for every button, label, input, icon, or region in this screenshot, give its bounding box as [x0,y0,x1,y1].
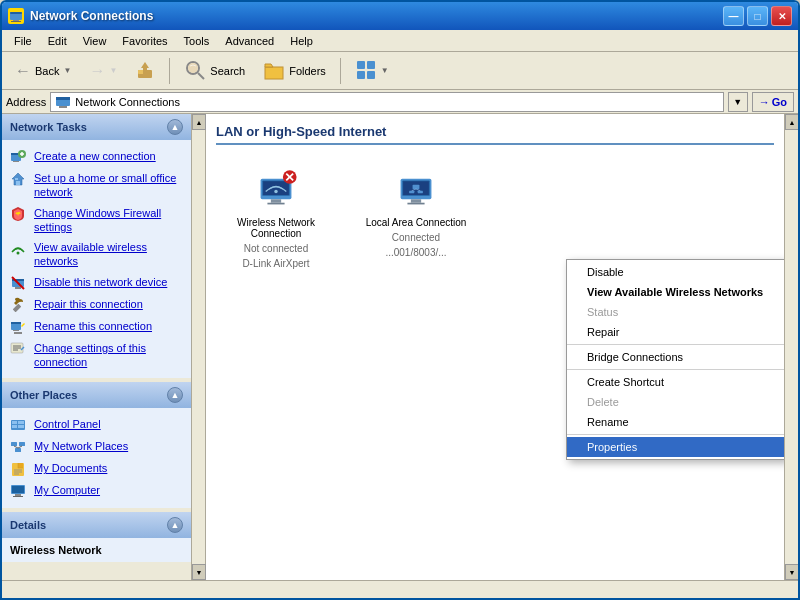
sidebar-section-other-places: Other Places ▲ [2,382,191,508]
sidebar-scrollbar[interactable]: ▲ ▼ [192,114,206,580]
sidebar-item-view-wireless[interactable]: View available wireless networks [10,237,183,272]
scroll-up-arrow[interactable]: ▲ [192,114,206,130]
ctx-shortcut[interactable]: Create Shortcut [567,372,784,392]
my-network-icon [10,439,26,455]
svg-rect-28 [15,287,21,289]
menu-advanced[interactable]: Advanced [217,33,282,49]
sidebar-item-repair[interactable]: Repair this connection [10,294,183,316]
back-icon: ← [15,62,31,80]
ctx-properties[interactable]: Properties [567,437,784,457]
svg-rect-14 [357,71,365,79]
menu-file[interactable]: File [6,33,40,49]
close-button[interactable]: ✕ [771,6,792,26]
back-dropdown-icon: ▼ [63,66,71,75]
views-button[interactable]: ▼ [348,56,396,86]
ctx-repair[interactable]: Repair [567,322,784,342]
sidebar-item-my-network[interactable]: My Network Places [10,436,183,458]
views-icon [355,59,377,83]
search-label: Search [210,65,245,77]
svg-rect-60 [271,199,281,202]
svg-rect-72 [409,191,414,194]
sidebar-section-details: Details ▲ Wireless Network [2,512,191,562]
views-dropdown-icon: ▼ [381,66,389,75]
forward-button[interactable]: → ▼ [82,56,124,86]
sidebar-item-rename[interactable]: Rename this connection [10,316,183,338]
menu-view[interactable]: View [75,33,115,49]
scroll-down-arrow[interactable]: ▼ [192,564,206,580]
back-button[interactable]: ← Back ▼ [8,56,78,86]
content-scroll-up[interactable]: ▲ [785,114,798,130]
details-label: Details [10,519,46,531]
network-tasks-collapse[interactable]: ▲ [167,119,183,135]
sidebar-item-create-connection[interactable]: Create a new connection [10,146,183,168]
other-places-content: Control Panel My Network [2,408,191,508]
up-button[interactable] [128,56,162,86]
network-tasks-header[interactable]: Network Tasks ▲ [2,114,191,140]
svg-rect-1 [10,12,22,14]
ctx-rename[interactable]: Rename [567,412,784,432]
forward-icon: → [89,62,105,80]
svg-line-47 [14,446,18,448]
ctx-disable[interactable]: Disable [567,262,784,282]
other-places-header[interactable]: Other Places ▲ [2,382,191,408]
sidebar-item-firewall[interactable]: Change Windows Firewall settings [10,203,183,238]
menu-tools[interactable]: Tools [176,33,218,49]
local-status: Connected [392,232,440,243]
ctx-view-wireless[interactable]: View Available Wireless Networks [567,282,784,302]
svg-rect-17 [56,97,70,100]
sidebar: Network Tasks ▲ [2,114,192,580]
details-header[interactable]: Details ▲ [2,512,191,538]
content-scroll-down[interactable]: ▼ [785,564,798,580]
firewall-label: Change Windows Firewall settings [34,206,183,235]
details-collapse[interactable]: ▲ [167,517,183,533]
menu-favorites[interactable]: Favorites [114,33,175,49]
svg-rect-32 [11,322,21,324]
sidebar-item-my-computer[interactable]: My Computer [10,480,183,502]
toolbar-separator-2 [340,58,341,84]
address-value: Network Connections [75,96,180,108]
search-button[interactable]: Search [177,56,252,86]
maximize-button[interactable]: □ [747,6,768,26]
svg-rect-44 [11,442,17,446]
change-settings-icon [10,341,26,357]
status-bar [2,580,798,598]
sidebar-item-my-documents[interactable]: My Documents [10,458,183,480]
control-panel-label: Control Panel [34,417,101,431]
svg-rect-6 [143,68,147,78]
svg-rect-55 [15,494,21,496]
sidebar-item-control-panel[interactable]: Control Panel [10,414,183,436]
setup-home-label: Set up a home or small office network [34,171,183,200]
wireless-status: Not connected [244,243,309,254]
ctx-sep-1 [567,344,784,345]
svg-rect-56 [13,496,23,497]
svg-rect-42 [12,425,17,428]
svg-rect-30 [13,304,21,312]
folders-button[interactable]: Folders [256,56,333,86]
address-input[interactable]: Network Connections [50,92,723,112]
network-item-local[interactable]: Local Area Connection Connected ...001/8… [356,157,476,277]
sidebar-item-setup-home[interactable]: Set up a home or small office network [10,168,183,203]
ctx-bridge[interactable]: Bridge Connections [567,347,784,367]
minimize-button[interactable]: — [723,6,744,26]
menu-help[interactable]: Help [282,33,321,49]
svg-point-62 [274,190,277,193]
svg-rect-18 [59,106,67,108]
content-scrollbar[interactable]: ▲ ▼ [784,114,798,580]
other-places-collapse[interactable]: ▲ [167,387,183,403]
svg-line-48 [18,446,22,448]
ctx-sep-3 [567,434,784,435]
network-item-wireless[interactable]: Wireless Network Connection Not connecte… [216,157,336,277]
view-wireless-icon [10,240,26,256]
window-icon [8,8,24,24]
local-sub: ...001/8003/... [385,247,446,258]
sidebar-item-disable[interactable]: Disable this network device [10,272,183,294]
go-button[interactable]: → Go [752,92,794,112]
my-documents-label: My Documents [34,461,107,475]
address-dropdown[interactable]: ▼ [728,92,748,112]
my-network-label: My Network Places [34,439,128,453]
sidebar-item-change-settings[interactable]: Change settings of this connection [10,338,183,373]
svg-rect-46 [15,448,21,452]
menu-edit[interactable]: Edit [40,33,75,49]
setup-home-icon [10,171,26,187]
wireless-label: Wireless Network Connection [224,217,328,239]
